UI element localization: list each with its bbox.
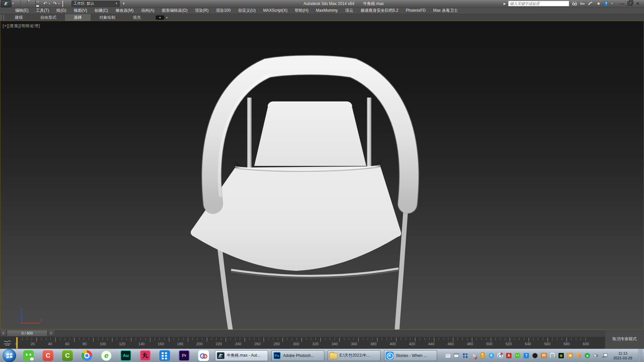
start-button[interactable] xyxy=(3,349,16,362)
time-slider-track[interactable] xyxy=(55,330,604,336)
menu-item[interactable]: MaxMummy xyxy=(312,7,341,14)
browser-360-icon[interactable]: e xyxy=(97,349,116,362)
menu-item[interactable]: Max 杀毒卫士 xyxy=(429,7,462,14)
viewport-label[interactable]: [+][透视][明暗处理] xyxy=(3,23,40,29)
minimize-button[interactable]: — xyxy=(620,1,624,6)
show-desktop-button[interactable] xyxy=(639,349,643,362)
menu-item[interactable]: 渲染100 xyxy=(212,7,234,14)
workspace-selector[interactable]: 工作区: 默认 ▼ xyxy=(71,1,120,7)
undo-icon[interactable]: ↶ xyxy=(43,1,47,6)
wechat-tray-icon[interactable] xyxy=(515,353,521,358)
frame-ruler[interactable]: 0 20 40 60 80 100 120 140 xyxy=(15,337,590,349)
ribbon-tab[interactable]: 选择 xyxy=(65,14,91,21)
new-file-icon[interactable] xyxy=(19,1,25,6)
menu-item[interactable]: 编辑(E) xyxy=(11,7,32,14)
max-logo-button[interactable] xyxy=(1,0,11,7)
search-binoculars-icon[interactable] xyxy=(572,1,577,6)
acrobat-tray-icon[interactable]: A xyxy=(506,353,512,358)
redo-caret-icon[interactable]: ▼ xyxy=(58,2,60,5)
chrome-icon[interactable] xyxy=(77,349,97,362)
track-bar[interactable]: 0 20 40 60 80 100 120 140 xyxy=(0,337,605,349)
frame-label: 300 xyxy=(293,342,299,346)
previous-frame-button[interactable]: < xyxy=(0,330,6,337)
restore-button[interactable] xyxy=(628,1,632,6)
menu-item[interactable]: 渲染(R) xyxy=(191,7,212,14)
orange-window-tray-icon[interactable] xyxy=(541,353,547,358)
menu-item[interactable]: 自定义(U) xyxy=(234,7,260,14)
ribbon-minimize-caret-icon[interactable]: ▼ xyxy=(166,16,168,19)
eset-tray-icon[interactable]: e xyxy=(585,353,590,358)
close-button[interactable]: ✕ xyxy=(636,1,640,6)
save-icon[interactable] xyxy=(35,1,41,6)
flame-tray-icon[interactable] xyxy=(576,353,582,358)
keyboard-icon[interactable] xyxy=(445,353,451,358)
speaker-icon[interactable] xyxy=(593,353,599,358)
mini-curve-editor-icon[interactable] xyxy=(2,339,13,347)
camtasia-red-icon[interactable]: C xyxy=(38,349,58,362)
menu-item[interactable]: 修改器(M) xyxy=(112,7,137,14)
taskbar-button-photoshop[interactable]: Ps Adobe Photosh... xyxy=(271,350,324,361)
favorites-star-icon[interactable]: ★ xyxy=(596,1,601,6)
perspective-viewport[interactable]: [+][透视][明暗处理] xyxy=(0,21,644,329)
wan-app-icon[interactable]: 丸 xyxy=(136,349,155,362)
wechat-icon[interactable] xyxy=(19,349,38,362)
ribbon-tab[interactable]: 建模 xyxy=(6,14,32,21)
menu-item[interactable]: PhoenixFD xyxy=(402,7,429,14)
taskbar-button-3dsmax[interactable]: 牛角椅.max - Aut... xyxy=(215,350,268,361)
black-circle-tray-icon[interactable] xyxy=(532,353,538,358)
menu-item[interactable]: 极速瘦身安全归档5.2 xyxy=(357,7,402,14)
menu-item[interactable]: 视图(V) xyxy=(70,7,91,14)
subscription-key-icon[interactable] xyxy=(580,1,585,6)
usb-drive-tray-icon[interactable] xyxy=(480,353,486,358)
logo-caret-icon[interactable]: ▼ xyxy=(12,2,14,5)
ribbon-tab[interactable]: 自由形式 xyxy=(32,14,65,21)
camera-tray-icon[interactable] xyxy=(567,353,573,358)
menu-item[interactable]: 图形编辑器(D) xyxy=(158,7,191,14)
camtasia-green-icon[interactable]: C xyxy=(58,349,77,362)
menu-item[interactable]: 帮助(H) xyxy=(291,7,312,14)
menu-item[interactable]: 动画(A) xyxy=(137,7,158,14)
safely-remove-icon[interactable]: ✓ xyxy=(550,353,555,358)
time-slider-handle[interactable]: 0 / 600 xyxy=(7,330,48,337)
help-caret-icon[interactable]: ▼ xyxy=(611,2,613,5)
open-file-icon[interactable] xyxy=(27,1,33,6)
circles-badge-tray-icon[interactable] xyxy=(497,353,503,358)
tim-tray-icon[interactable]: T xyxy=(524,353,529,358)
undo-caret-icon[interactable]: ▼ xyxy=(48,2,51,5)
menu-item[interactable]: 工具(T) xyxy=(32,7,53,14)
taskbar-clock[interactable]: 11:13 2021-03-29 xyxy=(613,351,632,360)
audition-icon[interactable]: Au xyxy=(116,349,136,362)
menu-item[interactable]: 渲云 xyxy=(341,7,357,14)
cancel-expert-mode-button[interactable]: 取消专家模式 xyxy=(612,336,637,342)
search-input[interactable] xyxy=(508,1,569,6)
kugou-tray-icon[interactable]: K xyxy=(489,353,494,358)
toolbar-grip-icon[interactable] xyxy=(1,15,4,20)
menu-item[interactable]: 创建(C) xyxy=(91,7,112,14)
nvidia-tray-icon[interactable]: ◉ xyxy=(558,353,564,358)
toolbar-flyout-icon[interactable]: ▼ xyxy=(122,2,125,5)
menu-item[interactable]: MAXScript(X) xyxy=(259,7,291,14)
language-bar-icon[interactable]: ▼ xyxy=(454,353,460,358)
windows-flag-icon xyxy=(6,353,13,359)
pinwheel-tray-icon[interactable] xyxy=(463,353,468,358)
current-frame-marker[interactable] xyxy=(16,337,18,349)
communication-center-icon[interactable] xyxy=(588,1,593,6)
n-scissors-tray-icon[interactable]: N xyxy=(471,353,477,358)
network-icon[interactable] xyxy=(602,353,608,358)
redo-icon[interactable]: ↷ xyxy=(53,1,57,6)
help-icon[interactable]: ? xyxy=(604,1,608,6)
next-frame-button[interactable]: > xyxy=(48,330,54,337)
video-blocks-icon[interactable] xyxy=(155,349,174,362)
frame-label: 280 xyxy=(274,342,280,346)
ribbon-tab[interactable]: 填充 xyxy=(124,14,150,21)
taskbar-button-kugou[interactable]: K Stories - When ... xyxy=(384,350,437,361)
premiere-icon[interactable]: Pr xyxy=(174,349,194,362)
ribbon-minimize-icon[interactable]: ▼ xyxy=(156,15,164,20)
infocenter-collapse-icon[interactable]: ▶ xyxy=(503,2,506,5)
circles-app-icon[interactable] xyxy=(194,349,213,362)
menu-item[interactable]: 组(G) xyxy=(53,7,70,14)
taskbar-button-explorer[interactable]: E:\天竹2021\牛... xyxy=(328,350,381,361)
project-folder-icon[interactable] xyxy=(62,1,68,6)
frame-label: 160 xyxy=(158,342,164,346)
ribbon-tab[interactable]: 对象绘制 xyxy=(91,14,124,21)
